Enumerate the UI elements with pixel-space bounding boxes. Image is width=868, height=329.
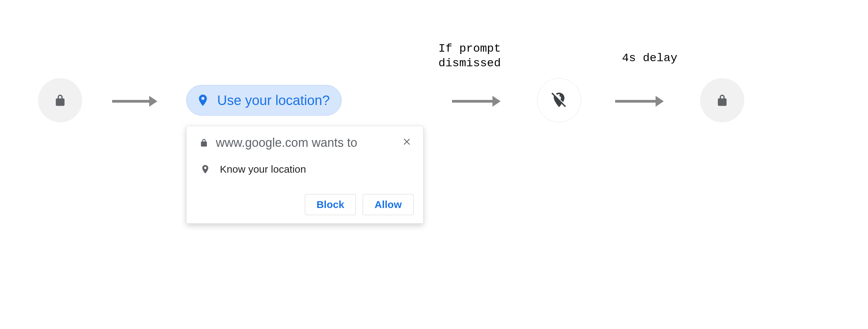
arrow-2	[452, 96, 501, 107]
location-pin-icon	[196, 93, 210, 107]
block-button[interactable]: Block	[305, 194, 356, 215]
close-icon[interactable]	[400, 135, 414, 149]
location-pin-icon	[200, 164, 210, 174]
popup-permission-label: Know your location	[220, 163, 306, 175]
state-location-off	[537, 78, 581, 122]
location-chip[interactable]: Use your location?	[186, 85, 342, 116]
allow-button[interactable]: Allow	[363, 194, 414, 215]
lock-icon	[53, 93, 68, 108]
permission-popup: www.google.com wants to Know your locati…	[186, 126, 423, 224]
location-off-icon	[550, 91, 568, 109]
note-dismissed: If prompt dismissed	[438, 41, 501, 70]
diagram-stage: Use your location? www.google.com wants …	[0, 0, 868, 329]
arrow-1	[112, 96, 157, 107]
state-final-lock	[700, 78, 744, 122]
state-initial-lock	[38, 78, 82, 122]
arrow-3	[615, 96, 664, 107]
lock-icon	[199, 138, 209, 148]
popup-header: www.google.com wants to	[199, 136, 414, 150]
lock-icon	[715, 93, 730, 108]
note-delay: 4s delay	[622, 51, 677, 66]
popup-permission-row: Know your location	[200, 163, 414, 175]
location-chip-label: Use your location?	[217, 93, 330, 108]
popup-site-text: www.google.com wants to	[216, 136, 357, 150]
popup-buttons: Block Allow	[199, 194, 414, 215]
